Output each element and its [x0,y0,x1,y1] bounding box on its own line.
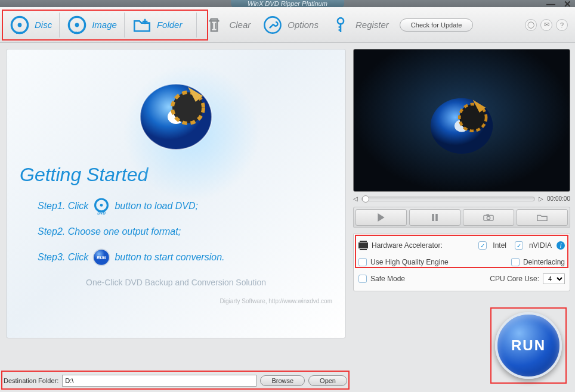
slogan: One-Click DVD Backup and Conversion Solu… [20,278,332,287]
step-1: Step1. Click DVD button to load DVD; [38,197,332,216]
open-folder-button[interactable] [517,209,568,226]
nvidia-label: nVIDIA [529,241,552,250]
svg-point-14 [100,204,103,207]
image-button[interactable]: ISO Image [61,13,123,38]
svg-point-4 [75,23,79,27]
svg-rect-23 [435,214,438,221]
iso-image-icon: ISO [67,15,87,35]
dvd-disc-icon: DVD [10,15,30,35]
nvidia-checkbox[interactable] [515,241,523,250]
check-update-button[interactable]: Check for Update [400,18,474,32]
deinterlacing-label: Deinterlacing [523,258,565,266]
credit: Digiarty Software, http://www.winxdvd.co… [20,298,332,304]
info-icon[interactable]: i [557,241,565,250]
run-icon: RUN [92,248,111,267]
preview-pane [353,49,570,192]
divider [59,13,60,38]
run-button[interactable]: RUN [495,312,562,379]
pause-button[interactable] [409,209,460,226]
folder-label: Folder [157,20,183,30]
safe-mode-label: Safe Mode [370,275,405,283]
svg-text:RUN: RUN [97,255,107,260]
seek-start-icon: ◁ [353,195,358,202]
time-display: 00:00:00 [547,195,570,202]
destination-input[interactable] [62,375,256,387]
image-label: Image [92,20,117,30]
dvd-disc-icon: DVD [92,197,111,216]
folder-plus-icon [132,15,152,35]
destination-label: Destination Folder: [4,377,58,384]
svg-text:DVD: DVD [98,211,106,215]
safe-mode-checkbox[interactable] [358,275,367,283]
options-label: Options [288,20,319,30]
options-button[interactable]: Options [256,13,324,38]
step-2: Step2. Choose one output format; [38,226,332,237]
svg-text:DVD: DVD [16,31,24,35]
snapshot-button[interactable] [463,209,514,226]
seek-bar[interactable]: ◁ ▷ 00:00:00 [353,195,570,202]
deinterlacing-checkbox[interactable] [511,258,520,266]
svg-point-7 [338,18,344,24]
getting-started-panel: Getting Started Step1. Click DVD button … [6,49,346,338]
cpu-core-label: CPU Core Use: [490,275,539,283]
seek-end-icon: ▷ [539,195,543,202]
clear-button[interactable]: Clear [198,13,256,38]
divider [196,13,197,38]
hq-engine-label: Use High Quality Engine [370,258,449,266]
svg-rect-26 [486,214,489,216]
settings-panel: Hardware Accelerator: Intel nVIDIA i Use… [353,233,570,291]
profile-icon[interactable]: ◯ [525,19,537,31]
title-bar: WinX DVD Ripper Platinum — ✕ [0,0,575,7]
cpu-core-select[interactable]: 4 [543,273,565,284]
svg-point-25 [487,216,490,219]
svg-text:ISO: ISO [74,31,81,35]
svg-rect-22 [432,214,434,221]
register-label: Register [355,20,389,30]
disc-button[interactable]: DVD Disc [4,13,58,38]
help-icon[interactable]: ? [556,19,568,31]
highlight-run: RUN [490,307,567,384]
app-logo [131,66,221,155]
mail-icon[interactable]: ✉ [540,19,552,31]
destination-bar: Destination Folder: Browse Open [0,369,351,392]
open-button[interactable]: Open [308,375,347,386]
folder-button[interactable]: Folder [126,13,188,38]
play-button[interactable] [355,209,407,226]
disc-label: Disc [35,20,52,30]
hw-accel-label: Hardware Accelerator: [372,241,443,250]
svg-point-1 [18,23,22,27]
browse-button[interactable]: Browse [260,375,305,386]
heading: Getting Started [20,164,332,186]
intel-checkbox[interactable] [478,241,487,250]
intel-label: Intel [493,241,506,250]
step-3: Step3. Click RUN button to start convers… [38,248,332,267]
toolbar: DVD Disc ISO Image Folder Clear Option [0,7,575,43]
clear-label: Clear [229,20,251,30]
hq-engine-checkbox[interactable] [358,258,367,266]
trash-icon [204,15,224,35]
register-button[interactable]: Register [324,13,395,38]
chip-icon [358,242,368,248]
wrench-icon [262,15,283,35]
divider [124,13,125,38]
key-icon [330,15,351,35]
